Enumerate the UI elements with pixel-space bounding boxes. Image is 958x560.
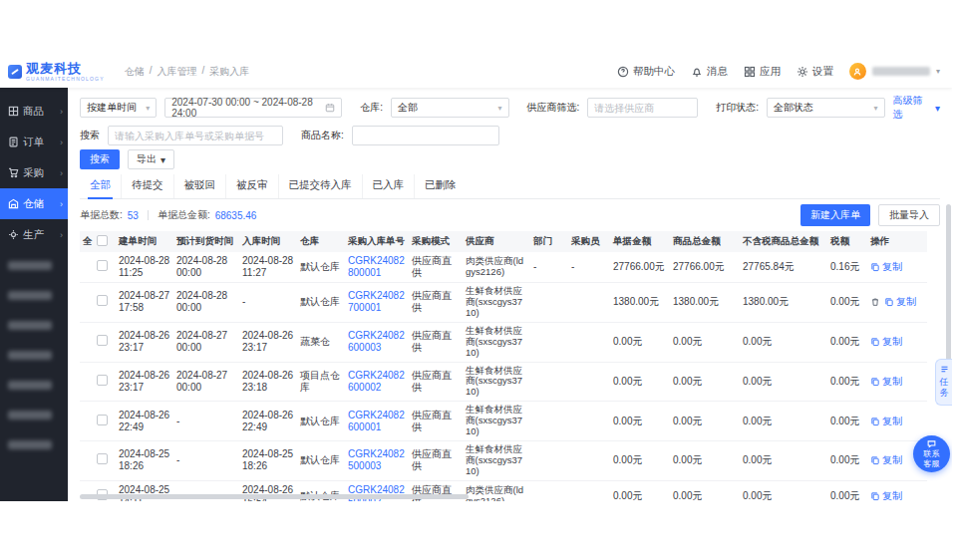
warehouse-select[interactable]: 全部 ▾ — [391, 98, 509, 118]
date-type-value: 按建单时间 — [87, 101, 137, 115]
column-header[interactable]: 入库时间 — [239, 231, 297, 252]
app-window: 观麦科技 GUANMAITECHNOLOGY 仓储 / 入库管理 / 采购入库 … — [0, 55, 952, 501]
column-header[interactable]: 供应商 — [463, 231, 530, 252]
logo[interactable]: 观麦科技 GUANMAITECHNOLOGY — [8, 62, 105, 82]
supplier-filter-input[interactable] — [594, 103, 691, 114]
date-range-picker[interactable]: 2024-07-30 00:00 ~ 2024-08-28 24:00 — [164, 98, 342, 118]
status-tab[interactable]: 全部 — [80, 174, 121, 198]
column-header[interactable]: 仓库 — [297, 231, 345, 252]
order-number-link[interactable]: CGRK24082600002 — [345, 362, 409, 402]
breadcrumb-item[interactable]: 仓储 — [125, 65, 145, 79]
date-type-select[interactable]: 按建单时间 ▾ — [80, 98, 157, 118]
product-name-input[interactable] — [359, 131, 492, 141]
print-status-select[interactable]: 全部状态 ▾ — [767, 98, 885, 118]
sidebar-item-goods[interactable]: 商品 › — [0, 96, 68, 127]
order-search-input[interactable] — [115, 131, 276, 141]
sidebar-item-redacted[interactable] — [0, 280, 68, 310]
messages-button[interactable]: 消息 — [691, 65, 728, 79]
sidebar-item-purchase[interactable]: 采购 › — [0, 157, 68, 188]
column-header[interactable]: 采购员 — [568, 231, 610, 252]
row-checkbox[interactable] — [97, 335, 108, 346]
table-row[interactable]: 2024-08-26 22:49 - 2024-08-26 22:49 默认仓库… — [80, 402, 927, 441]
cell-doc-amount: 27766.00元 — [610, 252, 670, 283]
doc-amount-value: 68635.46 — [215, 210, 257, 221]
sidebar-item-redacted[interactable] — [0, 250, 68, 280]
column-header[interactable]: 采购入库单号 — [345, 231, 409, 252]
copy-button[interactable]: 复制 — [870, 336, 902, 348]
horizontal-scrollbar[interactable] — [80, 494, 469, 499]
copy-button[interactable]: 复制 — [870, 416, 902, 427]
cell-build-time: 2024-08-25 18:26 — [116, 441, 173, 481]
help-center-button[interactable]: 帮助中心 — [617, 65, 675, 79]
column-header[interactable]: 采购模式 — [409, 231, 463, 252]
row-checkbox[interactable] — [97, 415, 108, 425]
column-header[interactable]: 建单时间 — [116, 231, 173, 252]
cell-build-time: 2024-08-26 22:49 — [116, 402, 173, 441]
create-inbound-button[interactable]: 新建入库单 — [800, 204, 870, 226]
cell-warehouse: 默认仓库 — [297, 252, 345, 283]
sidebar-item-redacted[interactable] — [0, 310, 68, 340]
table-row[interactable]: 2024-08-26 23:17 2024-08-27 00:00 2024-0… — [80, 362, 927, 402]
orders-icon — [8, 137, 19, 147]
status-tab[interactable]: 被驳回 — [173, 174, 226, 198]
copy-button[interactable]: 复制 — [870, 490, 902, 501]
sidebar-item-redacted[interactable] — [0, 400, 68, 429]
delete-icon[interactable] — [870, 297, 880, 307]
status-tab[interactable]: 已入库 — [362, 174, 415, 198]
column-header[interactable]: 税额 — [827, 231, 867, 252]
table-row[interactable]: 2024-08-25 18:26 - 2024-08-25 18:26 默认仓库… — [80, 441, 927, 481]
table-row[interactable]: 2024-08-28 11:25 2024-08-28 00:00 2024-0… — [80, 252, 927, 283]
customer-service-button[interactable]: 联系客服 — [913, 435, 950, 472]
cell-expected-time: 2024-08-28 00:00 — [173, 252, 239, 283]
table-row[interactable]: 2024-08-26 23:17 2024-08-27 00:00 2024-0… — [80, 322, 927, 362]
doc-amount-label: 单据总金额: — [158, 208, 210, 222]
column-header[interactable]: 预计到货时间 — [173, 231, 239, 252]
doc-count-value: 53 — [128, 210, 139, 221]
order-number-link[interactable]: CGRK24082700001 — [345, 283, 409, 323]
task-drawer-tab[interactable]: 任务 — [935, 359, 952, 406]
sidebar-item-production[interactable]: 生产 › — [0, 219, 68, 250]
column-header[interactable]: 单据金额 — [610, 231, 670, 252]
select-all-checkbox[interactable] — [97, 235, 108, 246]
advanced-filter-button[interactable]: 高级筛选 ▾ — [893, 94, 940, 122]
search-button[interactable]: 搜索 — [80, 149, 120, 169]
settings-button[interactable]: 设置 — [797, 65, 833, 79]
copy-button[interactable]: 复制 — [870, 454, 902, 466]
order-number-link[interactable]: CGRK24082600001 — [345, 402, 409, 441]
redacted-text — [8, 351, 52, 360]
cell-supplier: 生鲜食材供应商(sxscgys3710) — [463, 283, 530, 323]
copy-button[interactable]: 复制 — [870, 261, 902, 273]
row-checkbox[interactable] — [97, 295, 108, 306]
divider — [148, 210, 149, 220]
copy-button[interactable]: 复制 — [870, 376, 902, 388]
apps-button[interactable]: 应用 — [744, 65, 781, 79]
order-number-link[interactable]: CGRK24082600003 — [345, 322, 409, 362]
cell-tax: 0.00元 — [827, 362, 867, 402]
sidebar-item-redacted[interactable] — [0, 429, 68, 459]
status-tab[interactable]: 待提交 — [121, 174, 173, 198]
column-header[interactable]: 操作 — [867, 231, 927, 252]
export-button[interactable]: 导出 ▾ — [128, 149, 174, 169]
status-tab[interactable]: 已删除 — [414, 174, 467, 198]
row-checkbox[interactable] — [97, 453, 108, 464]
status-tab[interactable]: 被反审 — [225, 174, 278, 198]
user-menu[interactable]: ▾ — [849, 63, 940, 80]
sidebar-item-warehouse[interactable]: 仓储 › — [0, 188, 68, 219]
batch-import-button[interactable]: 批量导入 — [878, 204, 940, 226]
sidebar-item-orders[interactable]: 订单 › — [0, 127, 68, 157]
order-number-link[interactable]: CGRK24082500003 — [345, 441, 409, 481]
order-number-link[interactable]: CGRK24082800001 — [345, 252, 409, 283]
column-header[interactable]: 不含税商品总金额 — [740, 231, 827, 252]
caret-down-icon: ▾ — [498, 104, 502, 113]
breadcrumb-item[interactable]: 入库管理 — [158, 65, 197, 79]
column-header[interactable]: 商品总金额 — [670, 231, 740, 252]
copy-button[interactable]: 复制 — [884, 296, 916, 308]
status-tab[interactable]: 已提交待入库 — [278, 174, 362, 198]
column-header[interactable]: 部门 — [530, 231, 568, 252]
table-row[interactable]: 2024-08-27 17:58 2024-08-28 00:00 - 默认仓库… — [80, 283, 927, 323]
sidebar-item-redacted[interactable] — [0, 370, 68, 400]
vertical-scrollbar[interactable] — [946, 204, 951, 374]
row-checkbox[interactable] — [97, 375, 108, 386]
row-checkbox[interactable] — [97, 260, 108, 271]
sidebar-item-redacted[interactable] — [0, 340, 68, 370]
